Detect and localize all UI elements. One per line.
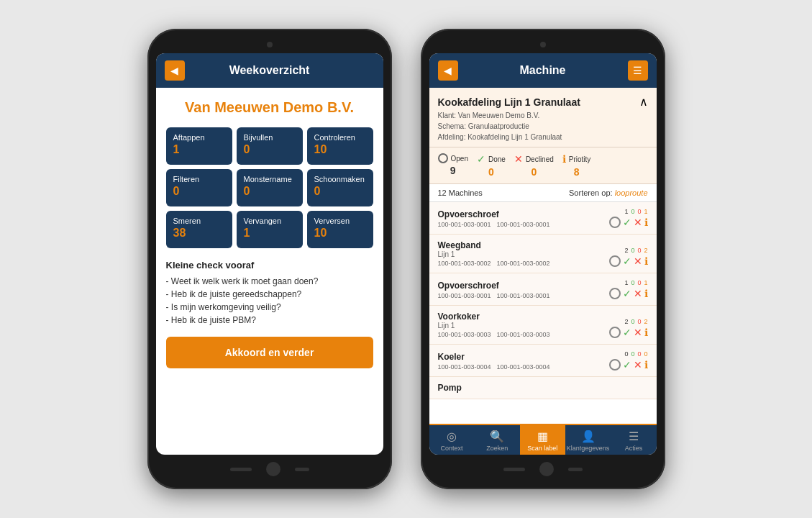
phone1-back-button[interactable]: ◀	[165, 60, 185, 81]
machine-declined-icon: ✕	[634, 288, 642, 299]
nav-item-scan-label[interactable]: ▦ Scan label	[520, 425, 565, 455]
task-count: 1	[173, 143, 225, 156]
nav-label: Context	[441, 445, 463, 452]
status-bar: Open 9 ✓ Done 0 ✕ Declined 0	[429, 147, 657, 184]
machine-declined-icon: ✕	[634, 217, 642, 228]
open-label: Open	[451, 155, 468, 163]
nav-item-klantgegevens[interactable]: 👤 Klantgegevens	[565, 425, 611, 455]
machine-name: Opvoerschroef	[438, 281, 609, 291]
akkoord-button[interactable]: Akkoord en verder	[166, 337, 373, 368]
priority-icon: ℹ	[562, 153, 566, 165]
task-name: Controleren	[314, 133, 366, 142]
task-tile-aftappen[interactable]: Aftappen1	[166, 127, 232, 165]
machine-declined-icon: ✕	[634, 359, 642, 371]
task-name: Monstername	[244, 175, 296, 183]
count-done: 0	[631, 279, 634, 286]
count-priority: 1	[644, 279, 647, 286]
task-count: 0	[244, 143, 296, 156]
meta-afdeling: Afdeling: Kookafdeling Lijn 1 Granulaat	[438, 132, 648, 142]
machine-counts: 0 0 0 0	[624, 350, 647, 358]
checklist-item: - Heb ik de juiste PBM?	[166, 315, 373, 325]
phone1-btn-back	[295, 468, 309, 471]
machine-item[interactable]: Pomp	[429, 377, 657, 399]
machine-code1: 100-001-003-0004	[438, 363, 491, 371]
machine-priority-icon: ℹ	[644, 288, 648, 299]
phone2-back-button[interactable]: ◀	[438, 60, 458, 81]
machine-item-4[interactable]: Koeler 100-001-003-0004 100-001-003-0004…	[429, 345, 657, 377]
machine-name: Pomp	[438, 383, 648, 393]
phone2-header: ◀ Machine ☰	[429, 53, 657, 88]
machine-item-1[interactable]: Weegband Lijn 1 100-001-003-0002 100-001…	[429, 235, 657, 273]
phone2-menu-button[interactable]: ☰	[628, 60, 648, 81]
checklist-item: - Weet ik welk werk ik moet gaan doen?	[166, 276, 373, 286]
checklist-section: Kleine check vooraf - Weet ik welk werk …	[166, 260, 373, 325]
task-tile-monstername[interactable]: Monstername0	[237, 169, 303, 206]
machine-code2: 100-001-003-0001	[497, 221, 550, 228]
machine-list: Opvoerschroef 100-001-003-0001 100-001-0…	[429, 202, 657, 424]
count-declined: 0	[637, 350, 641, 358]
phone2-screen: ◀ Machine ☰ Kookafdeling Lijn 1 Granulaa…	[429, 53, 657, 455]
task-name: Bijvullen	[244, 133, 296, 142]
phone1-title: Weekoverzicht	[185, 64, 355, 77]
nav-icon: ☰	[629, 430, 639, 443]
machine-open-icon	[609, 327, 621, 338]
open-circle-icon	[438, 153, 448, 163]
count-priority: 1	[644, 208, 647, 215]
machine-open-icon	[609, 217, 621, 228]
phone-camera-2	[540, 42, 546, 47]
task-name: Verversen	[314, 217, 366, 225]
phone1-btn-home[interactable]	[266, 462, 280, 476]
tasks-grid: Aftappen1Bijvullen0Controleren10Filteren…	[166, 127, 373, 248]
phone1-header: ◀ Weekoverzicht	[156, 53, 383, 88]
phone2-btn-back	[568, 468, 583, 471]
task-count: 0	[314, 185, 366, 198]
nav-item-context[interactable]: ◎ Context	[429, 425, 475, 455]
task-tile-verversen[interactable]: Verversen10	[307, 211, 373, 248]
machine-code2: 100-001-003-0003	[497, 331, 550, 338]
done-count: 0	[488, 166, 494, 178]
machine-icons-row: ✓ ✕ ℹ	[609, 217, 648, 228]
count-declined: 0	[637, 208, 641, 215]
count-open: 1	[624, 208, 628, 215]
nav-item-zoeken[interactable]: 🔍 Zoeken	[475, 425, 520, 455]
count-open: 1	[624, 279, 628, 286]
count-done: 0	[631, 208, 634, 215]
declined-label: Declined	[526, 155, 554, 163]
machine-code1: 100-001-003-0003	[438, 331, 491, 338]
phone1-buttons	[230, 462, 309, 476]
nav-label: Acties	[625, 445, 643, 452]
count-done: 0	[631, 350, 634, 358]
meta-klant: Klant: Van Meeuwen Demo B.V.	[438, 110, 648, 121]
status-open: Open 9	[438, 153, 468, 178]
phone2-title: Machine	[458, 64, 628, 77]
phone-2: ◀ Machine ☰ Kookafdeling Lijn 1 Granulaa…	[421, 29, 665, 489]
priority-count: 8	[574, 166, 580, 178]
task-tile-filteren[interactable]: Filteren0	[166, 169, 232, 206]
task-tile-vervangen[interactable]: Vervangen1	[237, 211, 303, 248]
section-title-row: Kookafdeling Lijn 1 Granulaat ∧	[438, 95, 648, 109]
section-title: Kookafdeling Lijn 1 Granulaat	[438, 96, 580, 108]
collapse-icon[interactable]: ∧	[639, 95, 648, 109]
machine-code1: 100-001-003-0002	[438, 260, 491, 267]
status-done: ✓ Done 0	[477, 153, 506, 178]
machine-name: Weegband	[438, 240, 609, 250]
nav-item-acties[interactable]: ☰ Acties	[611, 425, 656, 455]
count-declined: 0	[637, 318, 641, 325]
task-tile-schoonmaken[interactable]: Schoonmaken0	[307, 169, 373, 206]
task-tile-controleren[interactable]: Controleren10	[307, 127, 373, 165]
task-tile-bijvullen[interactable]: Bijvullen0	[237, 127, 303, 165]
sort-value: looproute	[615, 188, 648, 197]
machine-item-0[interactable]: Opvoerschroef 100-001-003-0001 100-001-0…	[429, 202, 657, 235]
machine-priority-icon: ℹ	[644, 217, 648, 228]
phone2-btn-home[interactable]	[539, 462, 554, 476]
count-priority: 2	[644, 318, 647, 325]
status-declined: ✕ Declined 0	[514, 153, 554, 178]
done-label: Done	[488, 155, 506, 163]
machine-item-2[interactable]: Opvoerschroef 100-001-003-0001 100-001-0…	[429, 273, 657, 306]
machine-declined-icon: ✕	[634, 327, 642, 338]
machine-done-icon: ✓	[623, 288, 631, 299]
count-done: 0	[631, 318, 634, 325]
priority-label: Priotity	[569, 155, 591, 163]
machine-item-3[interactable]: Voorkoker Lijn 1 100-001-003-0003 100-00…	[429, 306, 657, 345]
task-tile-smeren[interactable]: Smeren38	[166, 211, 232, 248]
